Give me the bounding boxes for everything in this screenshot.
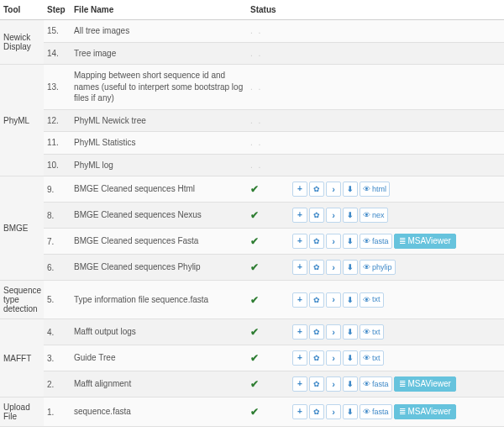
add-button[interactable] xyxy=(292,376,307,392)
expand-button[interactable] xyxy=(326,324,341,340)
settings-button[interactable] xyxy=(309,350,324,366)
view-file-button[interactable]: txt xyxy=(360,292,384,308)
download-button-icon xyxy=(347,263,354,271)
download-button[interactable] xyxy=(343,292,358,308)
check-icon: ✔ xyxy=(250,406,259,418)
add-button-icon xyxy=(297,328,302,336)
actions-cell: txt xyxy=(289,345,504,371)
download-button[interactable] xyxy=(343,208,358,223)
expand-button[interactable] xyxy=(326,208,341,223)
download-button[interactable] xyxy=(343,324,358,340)
view-file-button[interactable]: fasta xyxy=(360,404,392,419)
expand-button[interactable] xyxy=(326,376,341,392)
settings-button[interactable] xyxy=(309,292,324,308)
actions-cell xyxy=(289,65,504,110)
step-number: 10. xyxy=(44,154,71,176)
table-row: Sequence type detection5.Type informatio… xyxy=(0,281,504,319)
add-button[interactable] xyxy=(292,260,307,275)
msa-viewer-label: MSAViewer xyxy=(408,237,451,245)
download-button[interactable] xyxy=(343,182,358,197)
expand-button[interactable] xyxy=(326,234,341,249)
file-name: sequence.fasta xyxy=(71,398,247,427)
add-button[interactable] xyxy=(292,182,307,197)
settings-button-icon xyxy=(313,237,320,245)
add-button-icon xyxy=(297,263,302,271)
status-cell: ✔ xyxy=(247,371,289,398)
table-row: 3.Guide Tree✔txt xyxy=(0,345,504,371)
table-row: 10.PhyML log. . xyxy=(0,154,504,176)
expand-button[interactable] xyxy=(326,404,341,419)
file-ext-label: fasta xyxy=(372,238,389,245)
view-file-button[interactable]: nex xyxy=(360,208,388,223)
col-actions xyxy=(289,0,504,20)
settings-button[interactable] xyxy=(309,324,324,340)
actions-cell xyxy=(289,132,504,155)
file-name: PhyML log xyxy=(71,154,247,176)
download-button[interactable] xyxy=(343,350,358,366)
settings-button[interactable] xyxy=(309,234,324,249)
actions-cell: nex xyxy=(289,203,504,229)
table-row: 7.BMGE Cleaned sequences Fasta✔fasta≣MSA… xyxy=(0,229,504,255)
add-button[interactable] xyxy=(292,292,307,308)
expand-button[interactable] xyxy=(326,260,341,275)
add-button[interactable] xyxy=(292,208,307,223)
msa-viewer-button[interactable]: ≣MSAViewer xyxy=(394,234,456,249)
actions-cell: fasta≣MSAViewer xyxy=(289,229,504,255)
download-button[interactable] xyxy=(343,376,358,392)
view-file-button[interactable]: txt xyxy=(360,324,384,340)
download-button[interactable] xyxy=(343,234,358,249)
results-table: Tool Step File Name Status Newick Displa… xyxy=(0,0,504,427)
settings-button-icon xyxy=(313,296,320,304)
file-name: All tree images xyxy=(71,20,247,43)
view-file-button[interactable]: fasta xyxy=(360,376,392,392)
settings-button[interactable] xyxy=(309,182,324,197)
settings-button[interactable] xyxy=(309,404,324,419)
view-file-button[interactable]: txt xyxy=(360,350,384,366)
file-ext-label: txt xyxy=(372,355,381,362)
step-number: 11. xyxy=(44,132,71,155)
status-placeholder: . . xyxy=(250,26,262,35)
tool-group-label: PhyML xyxy=(0,65,44,176)
expand-button[interactable] xyxy=(326,350,341,366)
file-name: BMGE Cleaned sequences Fasta xyxy=(71,229,247,255)
status-cell: . . xyxy=(247,154,289,176)
file-ext-label: fasta xyxy=(372,408,389,416)
actions-cell: txt xyxy=(289,281,504,319)
actions-cell xyxy=(289,109,504,132)
file-ext-label: html xyxy=(372,186,386,193)
table-row: Newick Display15.All tree images. . xyxy=(0,20,504,43)
view-file-button[interactable]: html xyxy=(360,182,390,197)
download-button[interactable] xyxy=(343,260,358,275)
expand-button[interactable] xyxy=(326,182,341,197)
msa-viewer-button[interactable]: ≣MSAViewer xyxy=(394,376,456,392)
add-button[interactable] xyxy=(292,350,307,366)
msa-viewer-button[interactable]: ≣MSAViewer xyxy=(394,404,456,419)
col-tool: Tool xyxy=(0,0,44,20)
table-row: BMGE9.BMGE Cleaned sequences Html✔html xyxy=(0,176,504,203)
view-file-button[interactable]: fasta xyxy=(360,234,392,249)
add-button[interactable] xyxy=(292,404,307,419)
add-button-icon xyxy=(297,408,302,416)
download-button[interactable] xyxy=(343,404,358,419)
settings-button[interactable] xyxy=(309,208,324,223)
settings-button[interactable] xyxy=(309,260,324,275)
expand-button[interactable] xyxy=(326,292,341,308)
add-button[interactable] xyxy=(292,234,307,249)
table-row: 8.BMGE Cleaned sequences Nexus✔nex xyxy=(0,203,504,229)
bars-icon: ≣ xyxy=(399,237,406,245)
download-button-icon xyxy=(347,237,354,245)
add-button[interactable] xyxy=(292,324,307,340)
file-name: Guide Tree xyxy=(71,345,247,371)
eye-icon xyxy=(363,380,370,388)
col-step: Step xyxy=(44,0,71,20)
eye-icon xyxy=(363,328,370,336)
expand-button-icon xyxy=(332,328,335,337)
view-file-button[interactable]: phylip xyxy=(360,260,396,275)
add-button-icon xyxy=(297,185,302,193)
tool-group-label: Newick Display xyxy=(0,20,44,65)
file-ext-label: txt xyxy=(372,296,381,303)
bars-icon: ≣ xyxy=(399,380,406,388)
status-placeholder: . . xyxy=(250,49,262,58)
settings-button[interactable] xyxy=(309,376,324,392)
status-cell: ✔ xyxy=(247,319,289,345)
